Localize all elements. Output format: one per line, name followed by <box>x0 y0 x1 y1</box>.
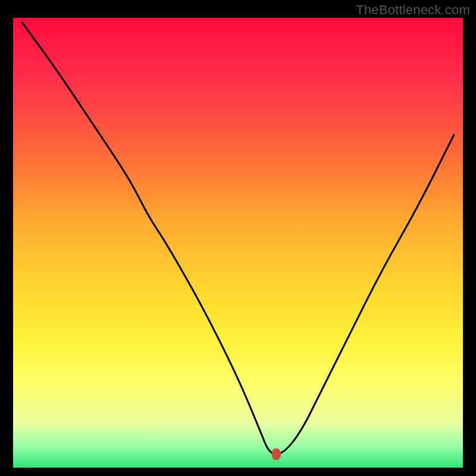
chart-container: TheBottleneck.com <box>0 0 476 476</box>
optimal-point-marker <box>271 448 281 460</box>
bottleneck-chart <box>0 0 476 476</box>
watermark-text: TheBottleneck.com <box>356 2 470 18</box>
gradient-background <box>13 18 463 468</box>
